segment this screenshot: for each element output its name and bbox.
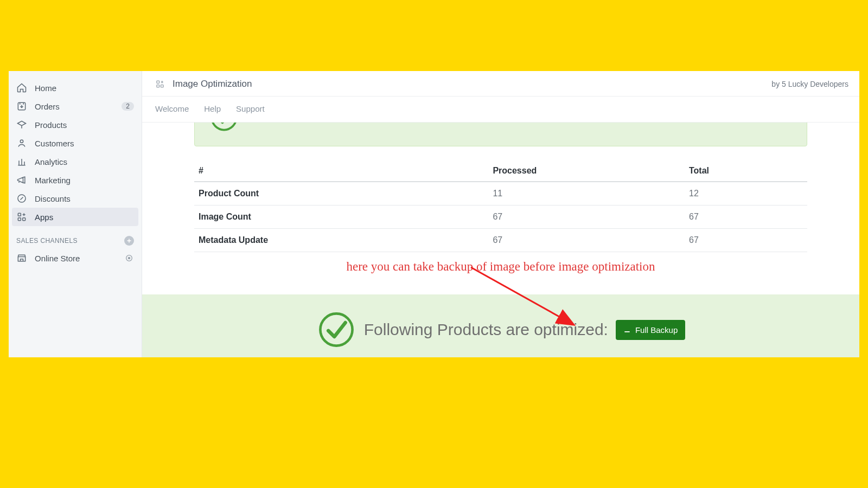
- svg-rect-5: [23, 218, 25, 221]
- home-icon: [16, 82, 27, 93]
- customers-icon: [16, 138, 27, 149]
- app-title: Image Optimization: [173, 79, 252, 89]
- app-byline: by 5 Lucky Developers: [771, 80, 848, 88]
- subnav-item-support[interactable]: Support: [236, 104, 265, 113]
- optimized-banner: Following Products are optimized: Full B…: [142, 294, 859, 357]
- sidebar-item-label: Analytics: [35, 157, 134, 166]
- svg-point-7: [128, 257, 130, 259]
- sidebar-item-label: Orders: [35, 102, 114, 111]
- products-icon: [16, 119, 27, 130]
- apps-grid-icon: [155, 79, 165, 89]
- check-icon: [208, 123, 240, 134]
- row-processed: 67: [488, 229, 685, 252]
- sidebar: Home Orders 2 Products Customers Analy: [9, 71, 142, 357]
- add-channel-button[interactable]: [124, 236, 134, 246]
- discounts-icon: [16, 193, 27, 204]
- annotation-text: here you can take backup of image before…: [142, 260, 859, 274]
- row-processed: 11: [488, 182, 685, 206]
- sidebar-section-header: SALES CHANNELS: [9, 226, 142, 249]
- sidebar-item-online-store[interactable]: Online Store: [9, 249, 142, 267]
- row-total: 67: [685, 206, 807, 229]
- sidebar-item-label: Online Store: [35, 254, 117, 263]
- sidebar-item-marketing[interactable]: Marketing: [9, 171, 142, 189]
- table-row: Product Count 11 12: [194, 182, 807, 206]
- svg-rect-10: [161, 85, 164, 88]
- analytics-icon: [16, 156, 27, 167]
- subnav-item-help[interactable]: Help: [204, 104, 221, 113]
- backup-button-label: Full Backup: [635, 325, 678, 335]
- col-hash: #: [194, 160, 488, 182]
- row-processed: 67: [488, 206, 685, 229]
- sidebar-item-products[interactable]: Products: [9, 115, 142, 134]
- app-header: Image Optimization by 5 Lucky Developers: [142, 71, 859, 97]
- download-icon: [623, 326, 631, 333]
- col-processed: Processed: [488, 160, 685, 182]
- sidebar-item-analytics[interactable]: Analytics: [9, 152, 142, 171]
- sidebar-item-label: Products: [35, 120, 134, 130]
- sidebar-item-home[interactable]: Home: [9, 79, 142, 97]
- sidebar-item-label: Customers: [35, 139, 134, 148]
- apps-icon: [16, 211, 27, 222]
- svg-rect-9: [157, 85, 159, 88]
- view-store-icon[interactable]: [124, 253, 134, 263]
- store-icon: [16, 253, 27, 264]
- main-pane: Image Optimization by 5 Lucky Developers…: [142, 71, 859, 357]
- row-total: 12: [685, 182, 807, 206]
- marketing-icon: [16, 175, 27, 185]
- stats-table: # Processed Total Product Count 11 12 Im…: [194, 160, 807, 252]
- sidebar-item-discounts[interactable]: Discounts: [9, 189, 142, 208]
- sidebar-item-label: Discounts: [35, 194, 134, 203]
- banner-text: Following Products are optimized:: [364, 320, 608, 339]
- row-total: 67: [685, 229, 807, 252]
- app-window: Home Orders 2 Products Customers Analy: [9, 71, 859, 357]
- sidebar-item-label: Home: [35, 84, 134, 93]
- sidebar-item-customers[interactable]: Customers: [9, 134, 142, 152]
- svg-rect-4: [18, 218, 21, 221]
- sidebar-item-label: Marketing: [35, 176, 134, 185]
- sidebar-item-apps[interactable]: Apps: [12, 208, 138, 226]
- row-label: Image Count: [194, 206, 488, 229]
- subnav: Welcome Help Support: [142, 97, 859, 123]
- svg-point-12: [320, 313, 352, 345]
- sidebar-item-orders[interactable]: Orders 2: [9, 97, 142, 115]
- svg-rect-8: [157, 81, 159, 84]
- top-alert-banner: [194, 123, 807, 146]
- table-row: Metadata Update 67 67: [194, 229, 807, 252]
- subnav-item-welcome[interactable]: Welcome: [155, 104, 189, 113]
- full-backup-button[interactable]: Full Backup: [616, 320, 685, 340]
- table-row: Image Count 67 67: [194, 206, 807, 229]
- check-icon: [316, 310, 356, 350]
- svg-point-1: [20, 140, 23, 143]
- svg-point-11: [212, 123, 237, 130]
- col-total: Total: [685, 160, 807, 182]
- sidebar-item-label: Apps: [35, 213, 131, 222]
- orders-badge: 2: [122, 102, 134, 111]
- svg-rect-3: [18, 213, 21, 216]
- sidebar-section-label: SALES CHANNELS: [16, 237, 78, 245]
- orders-icon: [16, 101, 27, 112]
- content-area: # Processed Total Product Count 11 12 Im…: [142, 123, 859, 357]
- row-label: Metadata Update: [194, 229, 488, 252]
- row-label: Product Count: [194, 182, 488, 206]
